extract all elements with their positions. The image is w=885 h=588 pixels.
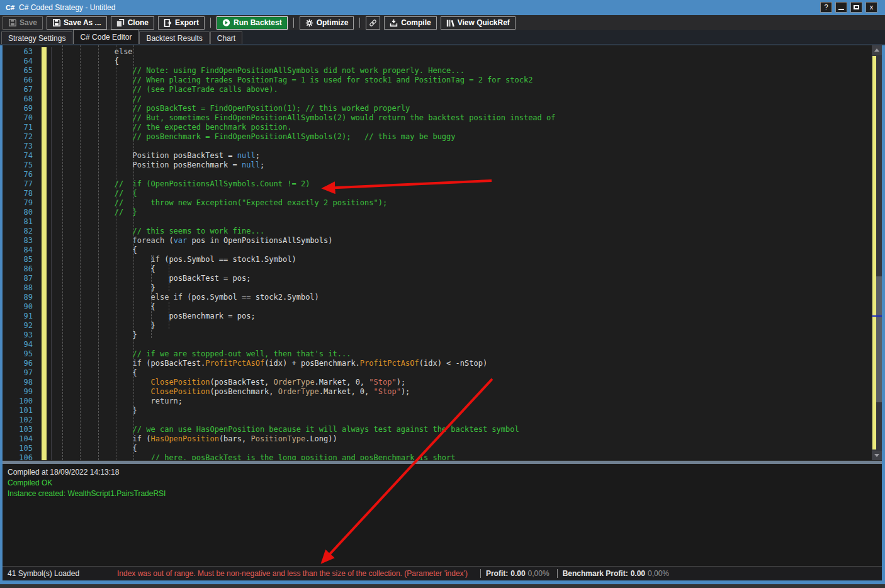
code-line[interactable]: 79 // throw new Exception("Expected exac… [3, 198, 882, 208]
code-line[interactable]: 63 else [3, 47, 882, 57]
tab-backtest-results[interactable]: Backtest Results [139, 31, 209, 44]
code-line[interactable]: 88 } [3, 283, 882, 293]
code-line[interactable]: 84 { [3, 246, 882, 255]
save-as-button[interactable]: Save As ... [47, 16, 107, 30]
code-text: // if (OpenPositionsAllSymbols.Count != … [51, 179, 310, 189]
change-bar [42, 378, 47, 387]
line-number: 66 [3, 76, 39, 85]
code-line[interactable]: 98 ClosePosition(posBackTest, OrderType.… [3, 378, 882, 387]
clone-button[interactable]: Clone [111, 16, 154, 30]
code-line[interactable]: 91 posBenchmark = pos; [3, 312, 882, 321]
quickref-icon [446, 19, 454, 27]
code-line[interactable]: 64 { [3, 57, 882, 66]
code-line[interactable]: 73 [3, 142, 882, 151]
tab-chart[interactable]: Chart [210, 31, 242, 44]
scroll-up-arrow[interactable] [872, 45, 882, 55]
export-label: Export [175, 18, 199, 27]
export-button[interactable]: Export [158, 16, 205, 30]
code-line[interactable]: 100 return; [3, 397, 882, 406]
change-bar [42, 94, 47, 104]
code-line[interactable]: 82 // this seems to work fine... [3, 227, 882, 236]
vertical-scrollbar[interactable] [872, 45, 882, 460]
code-line[interactable]: 68 // [3, 94, 882, 104]
code-line[interactable]: 93 } [3, 331, 882, 340]
code-line[interactable]: 65 // Note: using FindOpenPositionAllSym… [3, 66, 882, 76]
code-line[interactable]: 83 foreach (var pos in OpenPositionsAllS… [3, 236, 882, 246]
benchmark-profit-percent: 0,00% [648, 569, 669, 578]
link-icon [369, 19, 377, 27]
title-bar[interactable]: C# C# Coded Strategy - Untitled ? x [0, 0, 885, 15]
code-line[interactable]: 76 [3, 170, 882, 179]
code-line[interactable]: 81 [3, 217, 882, 227]
code-text: { [51, 368, 137, 378]
code-text: { [51, 444, 137, 453]
line-number: 92 [3, 321, 39, 331]
compile-button[interactable]: Compile [384, 16, 436, 30]
code-line[interactable]: 75 Position posBenchmark = null; [3, 161, 882, 170]
change-bar [42, 104, 47, 113]
link-button[interactable] [366, 16, 380, 30]
code-line[interactable]: 86 { [3, 264, 882, 274]
line-number: 91 [3, 312, 39, 321]
code-line[interactable]: 74 Position posBackTest = null; [3, 151, 882, 161]
caret-position-marker [872, 315, 882, 317]
code-line[interactable]: 67 // (see PlaceTrade calls above). [3, 85, 882, 94]
code-text: if (HasOpenPosition(bars, PositionType.L… [51, 434, 337, 444]
line-number: 71 [3, 123, 39, 132]
tab-code-editor[interactable]: C# Code Editor [73, 30, 138, 44]
code-line[interactable]: 104 if (HasOpenPosition(bars, PositionTy… [3, 434, 882, 444]
code-line[interactable]: 89 else if (pos.Symbol == stock2.Symbol) [3, 293, 882, 302]
scrollbar-thumb[interactable] [876, 276, 882, 402]
code-line[interactable]: 72 // posBenchmark = FindOpenPositionAll… [3, 132, 882, 142]
code-line[interactable]: 95 // if we are stopped-out well, then t… [3, 349, 882, 359]
code-line[interactable]: 71 // the expected benchmark position. [3, 123, 882, 132]
code-line[interactable]: 70 // But, sometimes FindOpenPositionAll… [3, 113, 882, 123]
maximize-button[interactable] [850, 2, 862, 13]
line-number: 81 [3, 217, 39, 227]
code-line[interactable]: 80 // } [3, 208, 882, 217]
code-line[interactable]: 99 ClosePosition(posBenchmark, OrderType… [3, 387, 882, 397]
change-bar [42, 66, 47, 76]
change-bar [42, 76, 47, 85]
code-text [51, 340, 60, 349]
help-button[interactable]: ? [820, 2, 832, 13]
tab-strategy-settings[interactable]: Strategy Settings [1, 31, 72, 44]
code-line[interactable]: 101 } [3, 406, 882, 416]
code-text: { [51, 57, 119, 66]
code-line[interactable]: 94 [3, 340, 882, 349]
code-line[interactable]: 87 posBackTest = pos; [3, 274, 882, 283]
code-line[interactable]: 92 } [3, 321, 882, 331]
code-line[interactable]: 97 { [3, 368, 882, 378]
code-line[interactable]: 96 if (posBackTest.ProfitPctAsOf(idx) + … [3, 359, 882, 368]
code-line[interactable]: 105 { [3, 444, 882, 453]
change-bar [42, 387, 47, 397]
code-editor[interactable]: 63 else64 {65 // Note: using FindOpenPos… [3, 45, 882, 460]
code-text: // { [51, 189, 137, 198]
code-line[interactable]: 69 // posBackTest = FindOpenPosition(1);… [3, 104, 882, 113]
optimize-button[interactable]: Optimize [300, 16, 354, 30]
view-quickref-button[interactable]: View QuickRef [441, 16, 516, 30]
code-line[interactable]: 78 // { [3, 189, 882, 198]
close-button[interactable]: x [865, 2, 877, 13]
output-line: Compiled OK [8, 478, 882, 489]
line-number: 63 [3, 47, 39, 57]
change-bar [42, 406, 47, 416]
code-line[interactable]: 66 // When placing trades PositionTag = … [3, 76, 882, 85]
save-as-icon [52, 19, 60, 27]
code-text: // here, posBackTest is the long positio… [51, 453, 456, 460]
code-line[interactable]: 85 if (pos.Symbol == stock1.Symbol) [3, 255, 882, 264]
optimize-icon [305, 19, 313, 27]
run-backtest-button[interactable]: Run Backtest [217, 16, 288, 30]
code-line[interactable]: 102 [3, 416, 882, 425]
save-button[interactable]: Save [3, 16, 43, 30]
scroll-down-arrow[interactable] [872, 451, 882, 460]
status-separator [480, 569, 481, 578]
code-line[interactable]: 103 // we can use HasOpenPosition becaus… [3, 425, 882, 434]
minimize-button[interactable] [835, 2, 847, 13]
code-line[interactable]: 90 { [3, 302, 882, 312]
change-bar [42, 57, 47, 66]
line-number: 64 [3, 57, 39, 66]
code-line[interactable]: 106 // here, posBackTest is the long pos… [3, 453, 882, 460]
code-line[interactable]: 77 // if (OpenPositionsAllSymbols.Count … [3, 179, 882, 189]
code-text: else [51, 47, 133, 57]
